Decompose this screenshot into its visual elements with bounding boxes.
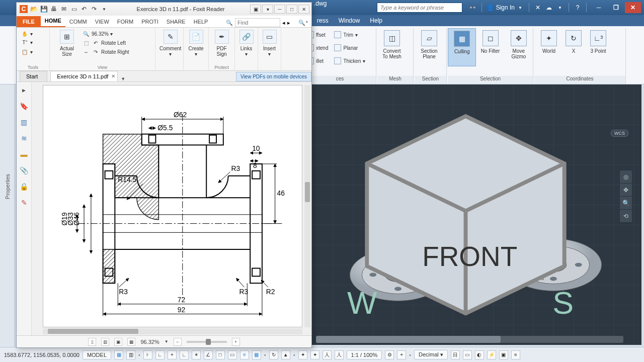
quick-props-icon[interactable]: 目 [451, 350, 460, 359]
dynamic-ucs-icon[interactable]: ✦ [310, 350, 319, 359]
grid-toggle-icon[interactable]: ▦ [114, 350, 123, 359]
restore-button[interactable]: ❐ [608, 2, 624, 13]
move-gizmo-button[interactable]: ✥Move Gizmo [505, 28, 533, 66]
pdf-page-area[interactable]: Ø62 Ø5.5 R14.5 R3 10 8 [32, 82, 311, 335]
facing-icon[interactable]: ▣ [114, 338, 122, 346]
share-tab[interactable]: SHARE [163, 16, 190, 27]
find-next-icon[interactable]: ▸ [287, 20, 290, 26]
exchange-icon[interactable]: ✕ [534, 4, 542, 12]
tab-list-dropdown[interactable]: ▼ [121, 76, 125, 81]
transparency-icon[interactable]: ▦ [252, 350, 261, 359]
undo-icon[interactable]: ↶ [80, 5, 88, 13]
cycle-icon[interactable]: ↻ [269, 350, 278, 359]
file-tab[interactable]: FILE [17, 16, 41, 27]
pages-icon[interactable]: ▥ [21, 118, 27, 126]
single-page-icon[interactable]: ▯ [88, 338, 96, 346]
find-input[interactable] [235, 18, 280, 27]
navigation-bar[interactable]: ◎ ✥ 🔍 ⟲ [619, 170, 632, 223]
wcs-badge[interactable]: WCS [611, 130, 628, 137]
model-viewport[interactable]: FRONT WS WCS ◎ ✥ 🔍 ⟲ [312, 84, 641, 345]
dropdown-icon[interactable]: ▼ [516, 4, 524, 12]
zoom-slider[interactable] [187, 341, 227, 343]
infer-icon[interactable]: ⊦ [143, 350, 152, 359]
security-icon[interactable]: 🔒 [20, 183, 28, 191]
steering-wheel-icon[interactable]: ◎ [620, 170, 632, 184]
monitor-icon[interactable]: ▭ [463, 350, 472, 359]
keyword-search-input[interactable] [377, 3, 462, 13]
mobile-promo-banner[interactable]: View PDFs on mobile devices [236, 72, 311, 81]
filtered-icon[interactable]: 人 [323, 350, 332, 359]
customize-icon[interactable]: ≡ [511, 350, 520, 359]
convert-to-mesh-button[interactable]: ◫Convert To Mesh [377, 28, 407, 66]
view-tab[interactable]: VIEW [91, 16, 113, 27]
no-filter-button[interactable]: ◻No Filter [476, 28, 504, 66]
search-icon[interactable]: 🔍 [226, 20, 233, 26]
culling-button[interactable]: ▦Culling [448, 28, 476, 66]
help-icon[interactable]: ? [574, 4, 582, 12]
gear-icon[interactable]: ⚙ [385, 350, 394, 359]
print-icon[interactable]: 🖶 [50, 5, 58, 13]
polar-icon[interactable]: ✶ [192, 350, 201, 359]
foxit-minimize-button[interactable]: ─ [274, 5, 285, 14]
expand-nav-icon[interactable]: ▸ [22, 86, 26, 94]
signin-button[interactable]: Sign In [496, 4, 515, 11]
pdf-v-scrollbar[interactable] [304, 85, 310, 327]
page-icon[interactable]: ▭ [70, 5, 78, 13]
three-point-button[interactable]: ∟³3 Point [584, 28, 613, 66]
bookmark-icon[interactable]: 🔖 [20, 102, 28, 110]
plus-icon[interactable]: + [397, 350, 406, 359]
model-space-toggle[interactable]: MODEL [83, 350, 111, 359]
isolate-icon[interactable]: ◐ [475, 350, 484, 359]
osnap-icon[interactable]: □ [216, 350, 225, 359]
viewport-h-scrollbar[interactable] [316, 336, 623, 343]
document-tab[interactable]: Exercice 3D n 11.pdf✕ [50, 71, 118, 81]
anno-scale[interactable]: 1:1 / 100% [347, 350, 382, 359]
adv-search-icon[interactable]: 🔍⁺ [298, 20, 308, 26]
pdf-sign-button[interactable]: ✒PDF Sign [213, 30, 230, 70]
menu-help[interactable]: Help [370, 17, 382, 24]
create-button[interactable]: 📄Create▾ [188, 30, 204, 70]
continuous-icon[interactable]: ▥ [101, 338, 109, 346]
units-dropdown[interactable]: Decimal ▾ [414, 350, 448, 359]
close-tab-icon[interactable]: ✕ [111, 73, 115, 79]
menu-window[interactable]: Window [339, 17, 360, 24]
open-icon[interactable]: 📂 [30, 5, 38, 13]
menu-item[interactable]: ress [317, 17, 329, 24]
world-ucs-button[interactable]: ✦World [534, 28, 564, 66]
comment-button[interactable]: ✎Comment▾ [159, 30, 181, 70]
actual-size-button[interactable]: ⊞Actual Size [54, 30, 80, 70]
links-button[interactable]: 🔗Links▾ [239, 30, 254, 70]
pdf-h-scrollbar[interactable] [43, 328, 302, 334]
close-button[interactable]: ✕ [625, 2, 641, 13]
foxit-dropdown-icon[interactable]: ▾ [262, 5, 273, 14]
foxit-close-button[interactable]: ✕ [298, 5, 309, 14]
zoom-icon[interactable]: 🔍 [620, 197, 632, 210]
lineweight-icon[interactable]: ≡ [240, 350, 249, 359]
start-tab[interactable]: Start [20, 71, 47, 81]
home-tab[interactable]: HOME [41, 15, 65, 27]
find-prev-icon[interactable]: ◂ [282, 20, 285, 26]
comment-tab[interactable]: COMM [65, 16, 91, 27]
foxit-titlebar[interactable]: C 📂 💾 🖶 ✉ ▭ ↶ ↷ ▼ Exercice 3D n 11.pdf -… [17, 3, 311, 16]
signatures-icon[interactable]: ✎ [21, 199, 27, 207]
cloud-icon[interactable]: ☁ [545, 4, 553, 12]
redo-icon[interactable]: ↷ [90, 5, 98, 13]
ortho-icon[interactable]: ∟ [180, 350, 189, 359]
snap-icon[interactable]: ∟ [155, 350, 165, 359]
zoom-in-icon[interactable]: + [232, 338, 240, 346]
display-toggle-icon[interactable]: ▥ [126, 350, 135, 359]
track-icon[interactable]: ▭ [228, 350, 237, 359]
foxit-ribbon-opts-icon[interactable]: ▣ [250, 5, 261, 14]
section-plane-button[interactable]: ▱Section Plane [415, 28, 444, 66]
clean-screen-icon[interactable]: ▣ [499, 350, 508, 359]
email-icon[interactable]: ✉ [60, 5, 68, 13]
cont-facing-icon[interactable]: ▦ [127, 338, 135, 346]
comments-icon[interactable]: ▬ [21, 150, 28, 158]
form-tab[interactable]: FORM [113, 16, 137, 27]
orbit-icon[interactable]: ⟲ [620, 210, 632, 223]
pan-icon[interactable]: ✥ [620, 184, 632, 197]
insert-button[interactable]: ▭Insert▾ [262, 30, 277, 70]
protect-tab[interactable]: PROTI [137, 16, 163, 27]
ucs-icon[interactable]: ✦ [298, 350, 307, 359]
help-tab[interactable]: HELP [190, 16, 212, 27]
